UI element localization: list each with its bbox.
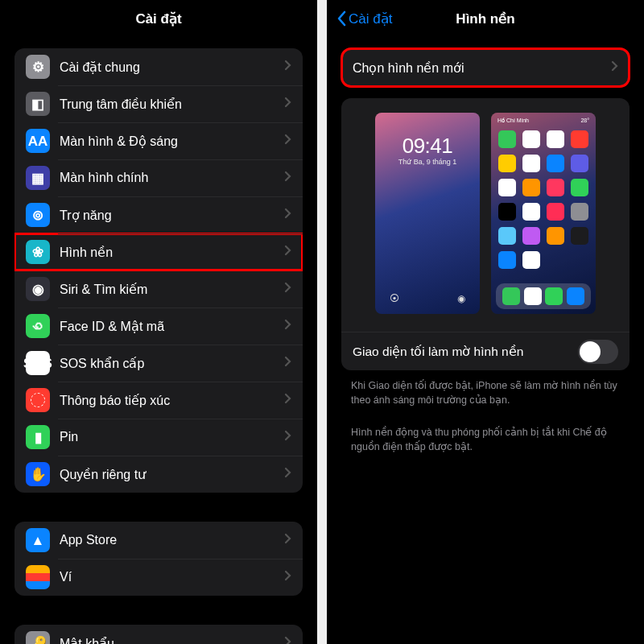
dark-dim-label: Giao diện tối làm mờ hình nền xyxy=(353,345,523,359)
expose-icon xyxy=(26,388,50,412)
chevron-right-icon xyxy=(284,208,291,222)
general-icon: ⚙ xyxy=(26,55,50,79)
settings-row-control[interactable]: ◧Trung tâm điều khiển xyxy=(14,85,303,122)
flashlight-icon: ⦿ xyxy=(390,293,399,304)
choose-wallpaper-row[interactable]: Chọn hình nền mới xyxy=(341,48,630,87)
wallpaper-screen: Cài đặt Hình nền Chọn hình nền mới 09:41… xyxy=(327,0,644,644)
settings-row-home[interactable]: ▦Màn hình chính xyxy=(14,159,303,196)
chevron-right-icon xyxy=(284,171,291,185)
lockscreen-time: 09:41 xyxy=(375,134,480,159)
display-icon: AA xyxy=(26,129,50,153)
batt-icon: ▮ xyxy=(26,425,50,449)
homescreen-preview[interactable]: Hồ Chí Minh 28° xyxy=(491,113,596,314)
chevron-right-icon xyxy=(284,356,291,370)
settings-label-pass: Mật khẩu xyxy=(60,636,284,645)
chevron-right-icon xyxy=(284,393,291,407)
settings-row-sos[interactable]: SOSSOS khẩn cấp xyxy=(14,345,303,382)
chevron-right-icon xyxy=(284,570,291,584)
chevron-right-icon xyxy=(284,245,291,259)
settings-screen: Cài đặt ⚙Cài đặt chung◧Trung tâm điều kh… xyxy=(0,0,317,644)
settings-row-siri[interactable]: ◉Siri & Tìm kiếm xyxy=(14,270,303,308)
home-status: Hồ Chí Minh 28° xyxy=(497,118,589,124)
chevron-right-icon xyxy=(284,636,291,644)
chevron-right-icon xyxy=(284,134,291,148)
chevron-right-icon xyxy=(284,282,291,296)
dark-dim-toggle[interactable] xyxy=(578,340,618,364)
pass-icon: 🔑 xyxy=(26,631,50,644)
chevron-right-icon xyxy=(284,97,291,111)
dark-dim-row: Giao diện tối làm mờ hình nền xyxy=(341,332,630,370)
settings-title: Cài đặt xyxy=(135,10,181,27)
settings-label-priv: Quyền riêng tư xyxy=(60,467,284,482)
settings-row-priv[interactable]: ✋Quyền riêng tư xyxy=(14,456,303,493)
settings-label-store: App Store xyxy=(60,533,284,547)
lockscreen-preview[interactable]: 09:41 Thứ Ba, 9 tháng 1 ⦿ ◉ xyxy=(375,113,480,314)
settings-label-batt: Pin xyxy=(60,430,284,444)
settings-label-wall: Hình nền xyxy=(60,245,284,260)
settings-label-general: Cài đặt chung xyxy=(60,60,284,75)
settings-label-face: Face ID & Mật mã xyxy=(60,319,284,334)
chevron-right-icon xyxy=(284,533,291,547)
settings-row-general[interactable]: ⚙Cài đặt chung xyxy=(14,48,303,85)
wallet-icon xyxy=(26,565,50,589)
face-icon: ꩜ xyxy=(26,314,50,338)
wallpaper-title: Hình nền xyxy=(456,10,514,27)
home-dock xyxy=(496,283,591,309)
back-button[interactable]: Cài đặt xyxy=(336,10,392,27)
siri-icon: ◉ xyxy=(26,277,50,301)
settings-label-display: Màn hình & Độ sáng xyxy=(60,134,284,149)
choose-wallpaper-section: Chọn hình nền mới xyxy=(341,48,630,87)
access-icon: ⊚ xyxy=(26,203,50,227)
chevron-left-icon xyxy=(336,10,347,27)
wall-icon: ❀ xyxy=(26,240,50,264)
settings-header: Cài đặt xyxy=(0,0,317,37)
footnote-2: Hình nền động và thu phóng phối cảnh bị … xyxy=(327,417,644,454)
store-icon: ▲ xyxy=(26,528,50,552)
home-app-grid xyxy=(497,130,589,269)
settings-row-display[interactable]: AAMàn hình & Độ sáng xyxy=(14,122,303,159)
chevron-right-icon xyxy=(284,319,291,333)
camera-icon: ◉ xyxy=(457,293,465,304)
back-label: Cài đặt xyxy=(349,10,392,27)
sos-icon: SOS xyxy=(26,351,50,375)
settings-row-face[interactable]: ꩜Face ID & Mật mã xyxy=(14,308,303,345)
choose-wallpaper-label: Chọn hình nền mới xyxy=(353,60,464,76)
chevron-right-icon xyxy=(611,60,618,75)
settings-label-siri: Siri & Tìm kiếm xyxy=(60,282,284,297)
lockscreen-date: Thứ Ba, 9 tháng 1 xyxy=(375,158,480,166)
settings-scroll[interactable]: ⚙Cài đặt chung◧Trung tâm điều khiểnAAMàn… xyxy=(0,37,317,644)
settings-row-access[interactable]: ⊚Trợ năng xyxy=(14,196,303,233)
wallpaper-preview-section: 09:41 Thứ Ba, 9 tháng 1 ⦿ ◉ Hồ Chí Minh … xyxy=(341,98,630,370)
settings-row-expose[interactable]: Thông báo tiếp xúc xyxy=(14,382,303,419)
settings-row-wall[interactable]: ❀Hình nền xyxy=(14,233,303,270)
settings-label-home: Màn hình chính xyxy=(60,171,284,185)
settings-label-expose: Thông báo tiếp xúc xyxy=(60,393,284,408)
settings-row-store[interactable]: ▲App Store xyxy=(14,522,303,559)
chevron-right-icon xyxy=(284,60,291,74)
settings-label-sos: SOS khẩn cấp xyxy=(60,356,284,371)
chevron-right-icon xyxy=(284,467,291,481)
settings-label-control: Trung tâm điều khiển xyxy=(60,97,284,112)
priv-icon: ✋ xyxy=(26,462,50,486)
footnote-1: Khi Giao diện tối được bật, iPhone sẽ là… xyxy=(327,370,644,407)
settings-row-pass[interactable]: 🔑Mật khẩu xyxy=(14,625,303,644)
control-icon: ◧ xyxy=(26,92,50,116)
wallpaper-header: Cài đặt Hình nền xyxy=(327,0,644,37)
lockscreen-actions: ⦿ ◉ xyxy=(375,293,480,304)
settings-row-wallet[interactable]: Ví xyxy=(14,559,303,596)
settings-label-wallet: Ví xyxy=(60,570,284,584)
settings-row-batt[interactable]: ▮Pin xyxy=(14,419,303,456)
home-icon: ▦ xyxy=(26,166,50,190)
chevron-right-icon xyxy=(284,430,291,444)
settings-label-access: Trợ năng xyxy=(60,208,284,223)
